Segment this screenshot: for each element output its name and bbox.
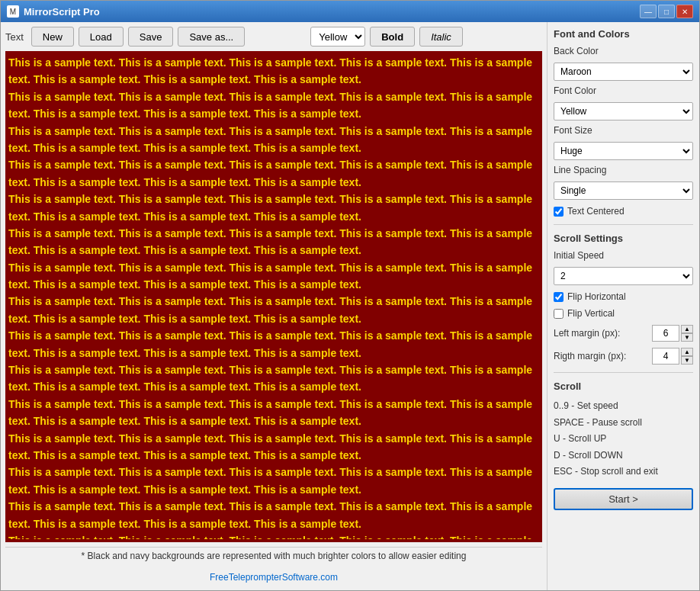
bold-button[interactable]: Bold <box>370 27 415 47</box>
back-color-select[interactable]: Maroon Black Navy Dark Green Purple <box>554 63 693 81</box>
footer: FreeTeleprompterSoftware.com <box>5 569 542 586</box>
scroll-hint: ESC - Stop scroll and exit <box>554 464 693 480</box>
text-area-container[interactable]: This is a sample text. This is a sample … <box>5 51 542 542</box>
flip-horizontal-label: Flip Horizontal <box>567 291 626 302</box>
window-body: Text New Load Save Save as... Yellow Whi… <box>1 22 699 590</box>
line-spacing-label: Line Spacing <box>554 165 693 175</box>
right-margin-control: ▲ ▼ <box>652 348 693 365</box>
scroll-settings-title: Scroll Settings <box>554 233 693 244</box>
flip-vertical-row: Flip Vertical <box>554 308 693 319</box>
right-font-color-select[interactable]: Yellow White Red Blue Green <box>554 102 693 120</box>
left-margin-down[interactable]: ▼ <box>681 333 693 342</box>
line-spacing-select[interactable]: Single Double 1.5 <box>554 181 693 200</box>
left-margin-spinners: ▲ ▼ <box>681 325 693 342</box>
right-margin-input[interactable] <box>652 348 679 365</box>
text-centered-label: Text Centered <box>567 206 625 217</box>
right-margin-row: Rigth margin (px): ▲ ▼ <box>554 348 693 365</box>
left-margin-input[interactable] <box>652 325 679 342</box>
right-margin-spinners: ▲ ▼ <box>681 348 693 365</box>
flip-vertical-label: Flip Vertical <box>567 308 615 319</box>
font-color-label: Font Color <box>554 85 693 96</box>
initial-speed-select[interactable]: 1 2 3 4 5 6 7 8 9 <box>554 267 693 285</box>
footer-link[interactable]: FreeTeleprompterSoftware.com <box>210 572 338 583</box>
separator-1 <box>554 224 693 225</box>
new-button[interactable]: New <box>31 27 74 47</box>
save-button[interactable]: Save <box>128 27 174 47</box>
font-size-select[interactable]: Huge Large Medium Small <box>554 142 693 160</box>
text-centered-row: Text Centered <box>554 206 693 217</box>
save-as-button[interactable]: Save as... <box>178 27 245 47</box>
font-size-label: Font Size <box>554 125 693 136</box>
right-margin-down[interactable]: ▼ <box>681 356 693 365</box>
status-bar: * Black and navy backgrounds are represe… <box>5 547 542 564</box>
title-bar: M MirrorScript Pro — □ ✕ <box>1 1 699 22</box>
window-title: MirrorScript Pro <box>24 6 100 18</box>
text-content: This is a sample text. This is a sample … <box>8 54 539 539</box>
title-bar-left: M MirrorScript Pro <box>7 5 100 18</box>
close-button[interactable]: ✕ <box>676 5 693 18</box>
scroll-hint: 0..9 - Set speed <box>554 398 693 415</box>
main-panel: Text New Load Save Save as... Yellow Whi… <box>1 22 547 590</box>
font-colors-title: Font and Colors <box>554 28 693 40</box>
start-button[interactable]: Start > <box>554 488 693 510</box>
flip-horizontal-row: Flip Horizontal <box>554 291 693 302</box>
right-panel: Font and Colors Back Color Maroon Black … <box>547 22 699 590</box>
text-label: Text <box>5 31 24 43</box>
initial-speed-label: Initial Speed <box>554 250 693 261</box>
toolbar: Text New Load Save Save as... Yellow Whi… <box>5 27 542 47</box>
scroll-section-title: Scroll <box>554 381 693 392</box>
app-icon: M <box>7 5 19 18</box>
left-margin-row: Left margin (px): ▲ ▼ <box>554 325 693 342</box>
left-margin-control: ▲ ▼ <box>652 325 693 342</box>
font-color-select[interactable]: Yellow White Red Blue Green <box>310 27 365 47</box>
minimize-button[interactable]: — <box>640 5 657 18</box>
window-controls: — □ ✕ <box>640 5 693 18</box>
main-window: M MirrorScript Pro — □ ✕ Text New Load S… <box>0 0 700 591</box>
right-margin-label: Rigth margin (px): <box>554 351 626 361</box>
scroll-hints: 0..9 - Set speedSPACE - Pause scrollU - … <box>554 398 693 480</box>
maximize-button[interactable]: □ <box>658 5 675 18</box>
scroll-hint: D - Scroll DOWN <box>554 448 693 464</box>
scroll-hint: U - Scroll UP <box>554 431 693 448</box>
scroll-hint: SPACE - Pause scroll <box>554 415 693 432</box>
flip-horizontal-checkbox[interactable] <box>554 292 564 302</box>
left-margin-label: Left margin (px): <box>554 328 620 339</box>
separator-2 <box>554 372 693 373</box>
italic-button[interactable]: Italic <box>419 27 463 47</box>
back-color-label: Back Color <box>554 46 693 56</box>
text-centered-checkbox[interactable] <box>554 207 564 217</box>
left-margin-up[interactable]: ▲ <box>681 325 693 333</box>
right-margin-up[interactable]: ▲ <box>681 348 693 356</box>
load-button[interactable]: Load <box>79 27 124 47</box>
status-message: * Black and navy backgrounds are represe… <box>82 551 467 561</box>
flip-vertical-checkbox[interactable] <box>554 309 564 319</box>
